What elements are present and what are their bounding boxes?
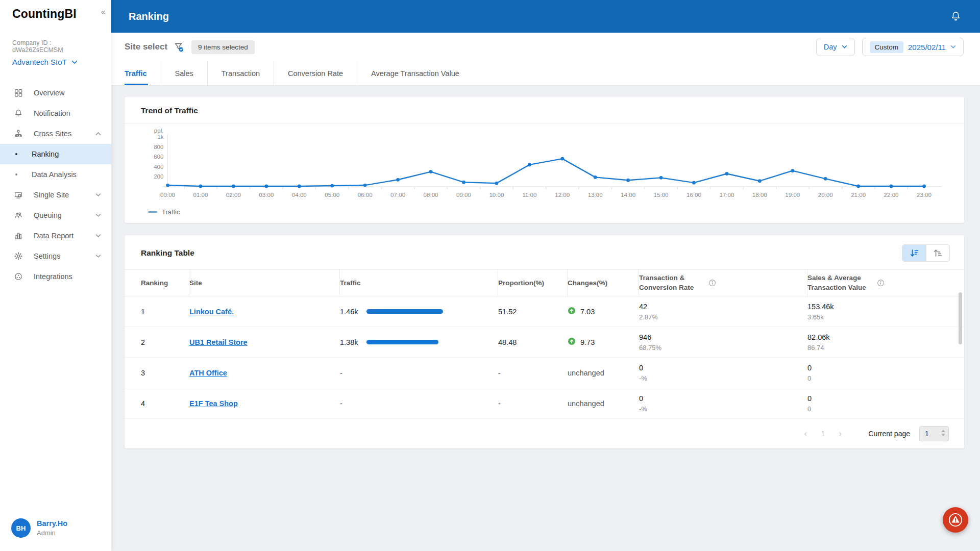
sidebar-item-queuing[interactable]: Queuing xyxy=(0,205,111,226)
table-row: 3ATH Office--unchanged0-%00 xyxy=(125,358,964,388)
sidebar-item-overview[interactable]: Overview xyxy=(0,83,111,103)
changes-cell: unchanged xyxy=(568,369,639,377)
svg-text:21:00: 21:00 xyxy=(851,192,866,198)
metric-tabs: Traffic Sales Transaction Conversion Rat… xyxy=(111,61,980,86)
sidebar: CountingBI « Company ID : dWa26ZsECMSM A… xyxy=(0,0,111,551)
info-icon[interactable] xyxy=(877,279,885,287)
sidebar-item-settings[interactable]: Settings xyxy=(0,246,111,266)
legend-line-icon xyxy=(148,211,157,213)
ranking-table-card: Ranking Table Ranking Site Traffic Pr xyxy=(125,235,964,448)
interval-dropdown[interactable]: Day xyxy=(816,38,855,56)
svg-text:20:00: 20:00 xyxy=(818,192,833,198)
svg-text:19:00: 19:00 xyxy=(785,192,800,198)
svg-text:08:00: 08:00 xyxy=(424,192,438,198)
conversion-rate-value: -% xyxy=(639,374,807,382)
nav-label: Overview xyxy=(34,89,101,97)
alert-fab-button[interactable] xyxy=(943,507,968,533)
chevron-up-icon xyxy=(95,132,101,136)
chevron-down-icon xyxy=(71,60,78,64)
transaction-conversion-cell: 0-% xyxy=(639,394,807,413)
table-row: 1Linkou Café.1.46k51.527.03422.87%153.46… xyxy=(125,296,964,327)
tab-conversion-rate[interactable]: Conversion Rate xyxy=(274,61,357,85)
sidebar-item-notification[interactable]: Notification xyxy=(0,103,111,123)
notification-bell-icon[interactable] xyxy=(950,11,962,22)
sidebar-item-ranking[interactable]: Ranking xyxy=(0,144,111,164)
svg-text:800: 800 xyxy=(154,144,163,150)
changes-cell: 9.73 xyxy=(568,337,639,347)
pagination-prev-button[interactable]: ‹ xyxy=(799,429,812,439)
conversion-rate-value: 68.75% xyxy=(639,344,807,352)
site-link[interactable]: UB1 Retail Store xyxy=(189,338,248,346)
sort-descending-button[interactable] xyxy=(902,245,926,261)
nav-label: Ranking xyxy=(32,150,101,158)
table-scrollbar-thumb[interactable] xyxy=(959,292,962,344)
sort-ascending-button[interactable] xyxy=(926,245,949,261)
chart-legend[interactable]: Traffic xyxy=(125,208,964,223)
page-stepper[interactable] xyxy=(941,430,945,436)
proportion-cell: 51.52 xyxy=(498,308,568,316)
svg-text:17:00: 17:00 xyxy=(719,192,734,198)
column-header-changes: Changes(%) xyxy=(568,270,639,296)
info-icon[interactable] xyxy=(708,279,716,287)
chevron-down-icon xyxy=(95,213,101,217)
tab-transaction[interactable]: Transaction xyxy=(208,61,274,85)
traffic-value: 1.38k xyxy=(340,338,366,346)
company-id-label: Company ID : dWa26ZsECMSM xyxy=(12,39,99,54)
avatar: BH xyxy=(11,518,31,538)
sidebar-item-integrations[interactable]: Integrations xyxy=(0,266,111,287)
svg-text:23:00: 23:00 xyxy=(917,192,932,198)
svg-text:03:00: 03:00 xyxy=(259,192,274,198)
site-filter-icon[interactable] xyxy=(174,42,184,53)
nav-label: Integrations xyxy=(34,272,101,281)
bullet-icon xyxy=(15,173,17,176)
filter-toolbar: Site select 9 items selected Day Custom … xyxy=(111,33,980,61)
tab-average-transaction-value[interactable]: Average Transaction Value xyxy=(357,61,473,85)
ranking-cell: 4 xyxy=(141,399,189,408)
transaction-conversion-cell: 0-% xyxy=(639,364,807,382)
tab-traffic[interactable]: Traffic xyxy=(125,61,161,85)
pagination-page-number[interactable]: 1 xyxy=(816,430,829,438)
trend-card: Trend of Traffic ppl.2004006008001k00:00… xyxy=(125,97,964,223)
single-site-icon xyxy=(13,190,23,200)
change-value: 9.73 xyxy=(580,338,595,346)
sales-atv-cell: 153.46k3.65k xyxy=(807,303,964,321)
site-link[interactable]: ATH Office xyxy=(189,369,227,377)
sidebar-item-data-report[interactable]: Data Report xyxy=(0,226,111,246)
user-profile[interactable]: BH Barry.Ho Admin xyxy=(0,509,111,551)
traffic-cell: - xyxy=(340,369,498,377)
svg-text:600: 600 xyxy=(154,154,163,160)
overview-icon xyxy=(13,88,23,98)
site-link[interactable]: E1F Tea Shop xyxy=(189,399,238,408)
site-link[interactable]: Linkou Café. xyxy=(189,308,234,316)
svg-text:06:00: 06:00 xyxy=(358,192,373,198)
sidebar-item-data-analysis[interactable]: Data Analysis xyxy=(0,164,111,185)
svg-text:05:00: 05:00 xyxy=(325,192,339,198)
company-selector[interactable]: Advantech SIoT xyxy=(12,58,99,66)
ranking-cell: 3 xyxy=(141,369,189,377)
traffic-value: - xyxy=(340,399,366,408)
ranking-cell: 2 xyxy=(141,338,189,346)
table-row: 4E1F Tea Shop--unchanged0-%00 xyxy=(125,388,964,419)
pagination-next-button[interactable]: › xyxy=(834,429,847,439)
proportion-cell: - xyxy=(498,369,568,377)
svg-text:13:00: 13:00 xyxy=(588,192,603,198)
traffic-value: - xyxy=(340,369,366,377)
sales-atv-cell: 00 xyxy=(807,394,964,413)
transaction-value: 0 xyxy=(639,394,807,403)
tab-sales[interactable]: Sales xyxy=(161,61,208,85)
table-card-title: Ranking Table xyxy=(141,248,194,258)
date-picker[interactable]: Custom 2025/02/11 xyxy=(862,38,964,56)
atv-value: 0 xyxy=(807,374,964,382)
sidebar-collapse-button[interactable]: « xyxy=(97,6,109,17)
app-logo: CountingBI xyxy=(0,0,111,26)
sidebar-item-single-site[interactable]: Single Site xyxy=(0,185,111,205)
traffic-value: 1.46k xyxy=(340,308,366,316)
increase-arrow-icon xyxy=(568,337,576,347)
ranking-cell: 1 xyxy=(141,308,189,316)
site-cell: ATH Office xyxy=(189,369,340,377)
chevron-down-icon xyxy=(95,193,101,197)
content-area: Trend of Traffic ppl.2004006008001k00:00… xyxy=(111,86,980,551)
chevron-down-icon xyxy=(95,254,101,258)
sidebar-item-cross-sites[interactable]: Cross Sites xyxy=(0,123,111,144)
nav-label: Single Site xyxy=(34,191,95,199)
